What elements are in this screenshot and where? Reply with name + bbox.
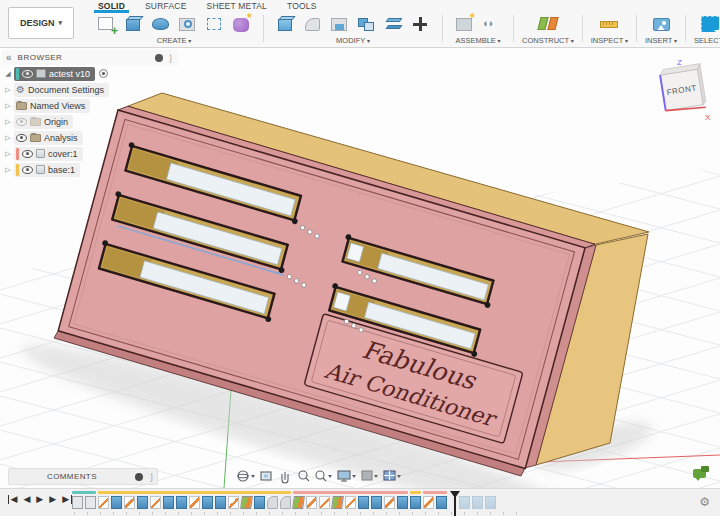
timeline-feature-sketch[interactable] <box>150 496 161 509</box>
zoom-window-dropdown-icon[interactable] <box>328 475 332 478</box>
viewports-dropdown-icon[interactable] <box>397 475 401 478</box>
timeline-feature-extrude[interactable] <box>371 496 382 509</box>
timeline-feature-sketch[interactable] <box>319 496 330 509</box>
browser-row-origin[interactable]: ▷Origin <box>2 114 178 129</box>
viewport-canvas[interactable]: Fabulous Air Conditioner « BROWSER ❳ ◢ac… <box>0 48 720 488</box>
timeline-feature-sketch[interactable] <box>384 496 395 509</box>
shell-icon[interactable] <box>327 13 352 35</box>
timeline-feature-sketch[interactable] <box>98 496 109 509</box>
browser-row-analysis[interactable]: ▷Analysis <box>2 130 178 145</box>
tab-tools[interactable]: TOOLS <box>277 0 327 12</box>
expand-node-icon[interactable]: ▷ <box>2 86 14 94</box>
press-pull-icon[interactable] <box>273 13 298 35</box>
go-to-start-button[interactable]: ◀ <box>8 495 17 504</box>
visual-effects-dropdown-icon[interactable] <box>374 475 378 478</box>
browser-row-label[interactable]: Analysis <box>44 133 78 143</box>
timeline-feature-component[interactable] <box>72 496 83 509</box>
create-form-icon[interactable]: ★ <box>229 13 254 35</box>
orbit-icon[interactable] <box>238 471 248 481</box>
timeline-feature-plane[interactable] <box>331 496 344 509</box>
timeline-feature-sketch[interactable] <box>306 496 317 509</box>
design-workspace-dropdown[interactable]: DESIGN ▾ <box>8 7 74 39</box>
group-label-inspect[interactable]: INSPECT <box>591 36 628 48</box>
display-mode-icon[interactable] <box>155 54 163 62</box>
tab-surface[interactable]: SURFACE <box>135 0 197 12</box>
timeline-group-bar[interactable] <box>72 491 96 494</box>
expand-node-icon[interactable]: ▷ <box>2 150 14 158</box>
panel-flyout-icon[interactable]: ❳ <box>166 53 174 63</box>
hole-icon[interactable] <box>175 13 200 35</box>
move-copy-icon[interactable] <box>408 13 433 35</box>
extrude-icon[interactable] <box>121 13 146 35</box>
view-cube[interactable]: FRONT Z X <box>650 56 712 122</box>
timeline-feature-extrude[interactable] <box>111 496 122 509</box>
select-icon[interactable]: ➤ <box>698 13 720 35</box>
expand-node-icon[interactable]: ▷ <box>2 134 14 142</box>
activate-component-radio[interactable] <box>99 69 108 78</box>
timeline-feature-sketch[interactable] <box>124 496 135 509</box>
timeline-feature-extrude[interactable] <box>137 496 148 509</box>
new-component-icon[interactable]: ★ <box>452 13 477 35</box>
timeline-feature-extrude[interactable] <box>163 496 174 509</box>
rectangular-pattern-icon[interactable] <box>202 13 227 35</box>
viewports-icon[interactable] <box>384 471 395 480</box>
timeline-feature-extrude[interactable] <box>176 496 187 509</box>
group-label-insert[interactable]: INSERT <box>645 36 677 48</box>
comments-bar[interactable]: COMMENTS ❳ <box>8 468 158 485</box>
timeline-feature-fillet[interactable] <box>267 496 278 509</box>
visibility-eye-icon[interactable] <box>22 70 33 78</box>
construction-plane-icon[interactable] <box>535 13 560 35</box>
timeline-feature-plane[interactable] <box>240 496 253 509</box>
timeline-feature-extrude[interactable] <box>254 496 265 509</box>
zoom-window-icon[interactable] <box>316 471 326 481</box>
visual-effects-icon[interactable] <box>362 471 372 480</box>
visibility-eye-icon[interactable] <box>22 166 33 174</box>
browser-row-label[interactable]: actest v10 <box>49 69 90 79</box>
timeline-feature-extrude[interactable] <box>202 496 213 509</box>
browser-row-cover-1[interactable]: ▷cover:1 <box>2 146 178 161</box>
tab-solid[interactable]: SOLID <box>88 0 135 12</box>
timeline-feature-sketch[interactable] <box>345 496 356 509</box>
collapse-node-icon[interactable]: ◢ <box>2 70 14 78</box>
browser-row-label[interactable]: Document Settings <box>28 85 104 95</box>
step-forward-button[interactable]: ▶ <box>49 495 56 504</box>
expand-node-icon[interactable]: ▷ <box>2 118 14 126</box>
browser-row-actest-v10[interactable]: ◢actest v10 <box>2 66 178 81</box>
browser-row-label[interactable]: cover:1 <box>48 149 78 159</box>
timeline-group-bar[interactable] <box>410 491 421 494</box>
measure-icon[interactable] <box>597 13 622 35</box>
revolve-icon[interactable] <box>148 13 173 35</box>
play-button[interactable]: ▶ <box>36 495 43 504</box>
fillet-icon[interactable] <box>300 13 325 35</box>
look-at-icon[interactable] <box>261 472 271 480</box>
timeline-group-bar[interactable] <box>293 491 408 494</box>
visibility-eye-icon[interactable] <box>16 134 27 142</box>
display-settings-icon[interactable] <box>338 471 350 481</box>
expand-node-icon[interactable]: ▷ <box>2 166 14 174</box>
display-settings-dropdown-icon[interactable] <box>352 475 356 478</box>
timeline-feature-fillet[interactable] <box>280 496 291 509</box>
joint-icon[interactable]: ◖◗ <box>479 13 504 35</box>
timeline-feature-plane[interactable] <box>292 496 305 509</box>
browser-row-named-views[interactable]: ▷Named Views <box>2 98 178 113</box>
comments-add-icon[interactable] <box>135 473 143 481</box>
timeline-feature-extrude[interactable] <box>472 496 483 509</box>
collapse-panel-icon[interactable]: « <box>6 52 12 63</box>
expand-node-icon[interactable]: ▷ <box>2 102 14 110</box>
timeline-feature-component[interactable] <box>85 496 96 509</box>
group-label-modify[interactable]: MODIFY <box>336 36 370 48</box>
browser-row-label[interactable]: Named Views <box>30 101 85 111</box>
timeline-feature-sketch[interactable] <box>189 496 200 509</box>
insert-image-icon[interactable] <box>649 13 674 35</box>
group-label-construct[interactable]: CONSTRUCT <box>522 36 574 48</box>
timeline-feature-extrude[interactable] <box>410 496 421 509</box>
visibility-eye-icon[interactable] <box>22 150 33 158</box>
orbit-dropdown-icon[interactable] <box>251 475 255 478</box>
in-canvas-comment-icon[interactable] <box>693 469 706 478</box>
combine-icon[interactable] <box>354 13 379 35</box>
step-back-button[interactable]: ◀ <box>23 495 30 504</box>
browser-row-label[interactable]: Origin <box>44 117 68 127</box>
timeline-feature-extrude[interactable] <box>215 496 226 509</box>
timeline-feature-extrude[interactable] <box>485 496 496 509</box>
browser-row-label[interactable]: base:1 <box>48 165 75 175</box>
